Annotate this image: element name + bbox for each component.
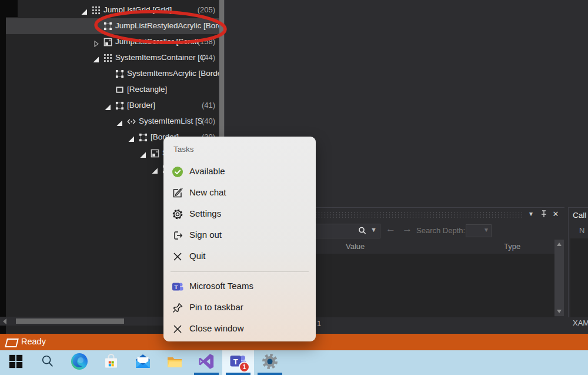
notification-badge: 1	[239, 361, 250, 373]
settings-icon	[261, 353, 279, 373]
taskbar-windows-start-icon[interactable]	[0, 350, 32, 375]
store-icon	[102, 353, 120, 373]
call-stack-column-header: N	[579, 226, 584, 235]
taskbar-taskbar-search-icon[interactable]	[32, 350, 64, 375]
tree-row[interactable]: SystemItemsAcrylic [Border	[6, 66, 219, 82]
windows-taskbar: T1	[0, 350, 588, 375]
watch-vertical-scrollbar[interactable]	[554, 240, 564, 316]
menu-item-quit[interactable]: Quit	[163, 246, 316, 267]
tree-node-label[interactable]: [Rectangle]	[127, 85, 167, 94]
tree-row[interactable]: JumpListScroller [Scroll(158)	[6, 34, 219, 50]
tree-row[interactable]: SystemItemList [S(40)	[6, 114, 219, 130]
taskbar-teams-icon[interactable]: T1	[222, 350, 254, 375]
taskbar-mail-icon[interactable]	[127, 350, 159, 375]
tree-node-label[interactable]: JumpListScroller [Scroll	[115, 37, 198, 46]
close-icon	[172, 323, 183, 335]
status-flag-icon	[5, 339, 19, 347]
running-indicator	[194, 373, 219, 375]
tree-row[interactable]: [Border](41)	[6, 98, 219, 114]
menu-item-label: New chat	[189, 187, 226, 197]
teams-jumplist-menu: Tasks AvailableNew chatSettingsSign outQ…	[163, 137, 316, 341]
tree-horizontal-scrollbar-thumb[interactable]	[16, 318, 124, 324]
new-chat-icon	[172, 187, 183, 199]
tree-node-label[interactable]: [Border]	[127, 101, 155, 109]
search-magnifier-icon[interactable]	[358, 226, 367, 235]
combobox-caret-icon[interactable]: ▼	[483, 227, 489, 233]
tree-node-label[interactable]: SystemItemsAcrylic [Border	[127, 69, 225, 78]
tree-node-label[interactable]: JumpListGrid [Grid]	[103, 5, 172, 14]
taskbar-settings-icon[interactable]	[254, 350, 286, 375]
tree-expander-expanded-icon[interactable]	[81, 7, 88, 14]
menu-item-pin-to-taskbar[interactable]: Pin to taskbar	[163, 297, 316, 318]
search-depth-label: Search Depth:	[416, 226, 465, 235]
search-back-arrow-icon[interactable]: ←	[386, 223, 396, 235]
tree-expander-expanded-icon[interactable]	[105, 102, 111, 109]
tree-expander-expanded-icon[interactable]	[116, 118, 123, 125]
menu-item-new-chat[interactable]: New chat	[163, 182, 316, 204]
taskbar-file-explorer-icon[interactable]	[159, 350, 191, 375]
menu-item-label: Microsoft Teams	[189, 281, 253, 291]
bottom-tab-xaml[interactable]: XAM	[573, 318, 588, 327]
running-indicator	[258, 373, 282, 375]
element-grid-icon	[103, 54, 112, 62]
taskbar-search-icon	[40, 354, 55, 371]
menu-item-label: Close window	[189, 323, 244, 333]
tree-row[interactable]: JumpListGrid [Grid](205)	[6, 2, 219, 18]
search-depth-combobox[interactable]: ▼	[466, 224, 492, 237]
call-stack-title: Call S	[573, 211, 588, 220]
column-header-value[interactable]: Value	[346, 242, 365, 251]
scroll-down-arrow-icon[interactable]	[557, 310, 562, 313]
taskbar-visual-studio-icon[interactable]	[191, 350, 222, 375]
tree-expander-expanded-icon[interactable]	[152, 166, 158, 172]
visual-studio-icon	[198, 353, 215, 373]
taskbar-store-icon[interactable]	[95, 350, 127, 375]
tree-expander-collapsed-icon[interactable]	[93, 39, 99, 45]
menu-item-sign-out[interactable]: Sign out	[163, 225, 316, 246]
taskbar-edge-icon[interactable]	[64, 350, 95, 375]
window-pin-icon[interactable]	[539, 208, 549, 219]
menu-item-available[interactable]: Available	[163, 161, 316, 182]
pin-icon	[172, 302, 183, 314]
element-border-icon	[103, 22, 112, 31]
column-header-type[interactable]: Type	[504, 242, 520, 251]
element-itemscontrol-icon	[127, 117, 136, 126]
menu-item-settings[interactable]: Settings	[163, 204, 316, 225]
menu-item-label: Sign out	[189, 230, 222, 240]
sign-out-icon	[172, 230, 183, 241]
window-close-icon[interactable]: ✕	[550, 208, 561, 219]
tree-vertical-scrollbar-thumb[interactable]	[219, 0, 224, 138]
search-forward-arrow-icon[interactable]: →	[402, 223, 412, 235]
tree-expander-expanded-icon[interactable]	[128, 134, 135, 141]
tree-expander-expanded-icon[interactable]	[93, 55, 99, 61]
page-indicator: 1	[317, 319, 321, 328]
menu-item-microsoft-teams[interactable]: TMicrosoft Teams	[163, 276, 316, 297]
call-stack-panel: Call S N	[568, 207, 588, 317]
teams-logo-icon: T	[172, 281, 183, 293]
file-explorer-icon	[166, 353, 183, 373]
tree-expander-expanded-icon[interactable]	[140, 150, 146, 157]
search-options-caret-icon[interactable]: ▼	[370, 226, 377, 233]
status-ready-label: Ready	[21, 337, 46, 346]
tree-node-label[interactable]: JumpListRestyledAcrylic [Borde	[115, 21, 225, 30]
menu-item-close-window[interactable]: Close window	[163, 318, 316, 340]
menu-item-label: Available	[189, 166, 225, 176]
windows-start-icon	[8, 354, 24, 371]
call-stack-body	[570, 238, 588, 317]
element-rectangle-icon	[115, 85, 124, 94]
tree-row[interactable]: [Rectangle]	[6, 82, 219, 98]
element-scroll-icon	[103, 38, 112, 47]
menu-item-label: Pin to taskbar	[189, 302, 243, 312]
element-border-icon	[115, 69, 124, 78]
window-options-chevron-icon[interactable]: ▾	[526, 208, 536, 219]
scroll-up-arrow-icon[interactable]	[557, 243, 562, 246]
tree-left-margin	[0, 0, 6, 334]
descendant-count: (44)	[192, 53, 215, 62]
edge-icon	[71, 353, 88, 373]
quit-icon	[172, 251, 183, 263]
tree-row[interactable]: SystemItemsContainer [C(44)	[6, 50, 219, 66]
element-border-icon	[139, 133, 148, 142]
running-indicator	[226, 373, 250, 375]
descendant-count: (41)	[192, 101, 215, 109]
tree-row-selected[interactable]: JumpListRestyledAcrylic [Borde	[6, 18, 219, 34]
scroll-left-arrow-icon[interactable]	[3, 318, 6, 324]
